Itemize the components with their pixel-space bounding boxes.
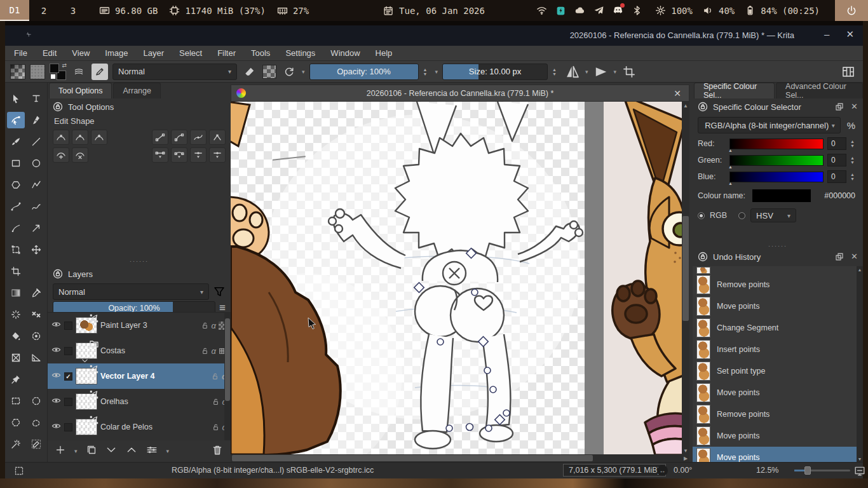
channel-slider-green[interactable]: ▲ [729,155,824,166]
tool-freehand-brush[interactable] [7,133,25,150]
tool-polygon[interactable] [7,177,25,193]
trim-button[interactable] [621,64,637,80]
tool-select-shapes[interactable] [7,90,25,107]
move-layer-up-button[interactable] [126,444,137,458]
tool-options-header[interactable]: Tool Options [48,98,231,115]
mirror-vertical-dropdown[interactable]: ▾ [614,69,617,75]
layer-checkbox[interactable] [64,322,72,330]
float-docker-icon[interactable] [834,102,844,112]
channel-spinner[interactable]: ▲▼ [850,172,858,181]
segment-line-button[interactable] [152,130,168,145]
specific-colour-selector-header[interactable]: Specific Colour Selector ✕ [693,98,863,115]
default-colors-icon[interactable] [51,74,55,79]
tool-select-freehand[interactable] [27,414,45,431]
menu-view[interactable]: View [72,48,90,58]
channel-value-red[interactable]: 0 [827,137,846,150]
menu-filter[interactable]: Filter [217,48,236,58]
menu-window[interactable]: Window [330,48,360,58]
fit-screen-icon[interactable] [854,465,865,477]
undo-item-4[interactable]: Set point type [693,360,857,382]
size-spinner[interactable]: ▲▼ [552,67,560,76]
tool-multibrush[interactable] [27,220,45,236]
tool-freehand-path[interactable] [27,198,45,215]
node-remove-button[interactable] [72,147,88,163]
close-docker-icon[interactable]: ✕ [851,102,858,112]
battery-stat[interactable]: 84% (00:25) [745,5,820,16]
menu-settings[interactable]: Settings [285,48,315,58]
mirror-horizontal-dropdown[interactable]: ▾ [585,69,588,75]
layer-row-vector-layer-4[interactable]: ✓Vector Layer 4α [48,363,231,389]
tab-colour-selector-1[interactable]: Advanced Colour Sel... [776,83,863,98]
tool-select-rectangular[interactable] [7,393,25,409]
layer-row-orelhas[interactable]: Orelhasα [48,389,231,414]
tab-tool-options-1[interactable]: Arrange [113,83,160,98]
bluetooth-icon[interactable] [632,5,642,16]
window-titlebar[interactable]: 20260106 - Referencia do Cannella.kra (7… [5,25,863,46]
filter-funnel-icon[interactable] [213,285,226,298]
menu-file[interactable]: File [14,48,27,58]
workspace-button-2[interactable]: 2 [29,0,58,21]
undo-item-0[interactable]: Remove points [693,274,857,295]
tool-select-contiguous[interactable] [27,436,45,452]
pattern-chooser[interactable] [30,64,45,79]
undo-item-6[interactable]: Remove points [693,403,857,425]
channel-value-green[interactable]: 0 [827,154,846,166]
tool-rectangle[interactable] [7,155,25,172]
hsv-dropdown[interactable]: HSV ▾ [750,208,796,222]
layer-checkbox[interactable] [64,423,72,431]
tool-ellipse[interactable] [27,155,45,172]
layer-thumbnail[interactable] [76,393,97,410]
layer-row-colar-de-pelos[interactable]: Colar de Pelosα [48,414,231,440]
layer-checkbox[interactable] [64,398,72,406]
mirror-horizontal-button[interactable] [564,64,581,80]
eraser-mode-button[interactable] [241,64,258,80]
node-smooth-button[interactable] [72,130,88,145]
channel-slider-red[interactable]: ▲ [729,139,824,149]
tool-colorize-mask[interactable] [27,306,45,323]
undo-history-header[interactable]: Undo History ✕ [693,250,863,265]
tool-text[interactable] [27,90,45,107]
channel-slider-blue[interactable]: ▲ [729,172,824,182]
layer-thumbnail[interactable] [76,419,97,435]
tab-tool-options-0[interactable]: Tool Options [49,83,112,98]
layers-header[interactable]: Layers [48,264,231,282]
channel-spinner[interactable]: ▲▼ [850,139,858,148]
tool-fill[interactable] [7,328,25,344]
alpha-lock-icon[interactable]: α [212,321,216,330]
battery-charging-icon[interactable] [555,5,566,16]
change-smooth-button[interactable] [190,147,207,163]
brush-editor-button[interactable] [92,64,108,80]
layer-visibility-toggle[interactable] [51,370,61,382]
undo-item-5[interactable]: Move points [693,382,857,403]
undo-item-3[interactable]: Insert points [693,339,857,360]
menu-layer[interactable]: Layer [143,48,164,58]
change-line-button[interactable] [152,147,168,163]
minimize-button[interactable]: – [824,29,829,40]
reload-dropdown-arrow[interactable]: ▾ [302,69,305,75]
brush-presets-button[interactable] [71,64,87,80]
layer-properties-button[interactable] [146,444,158,458]
channel-value-blue[interactable]: 0 [827,170,846,183]
segment-symmetric-button[interactable] [209,130,226,145]
reload-preset-button[interactable] [281,64,297,80]
float-docker-icon[interactable] [834,252,844,262]
rgb-radio[interactable] [698,212,705,219]
splitter-handle[interactable]: ······ [693,244,863,248]
tool-color-sampler[interactable] [27,285,45,301]
layer-row-costas[interactable]: Costasα [48,338,231,363]
cloud-icon[interactable] [574,5,585,16]
canvas-titlebar[interactable]: 20260106 - Referencia do Cannella.kra (7… [231,85,689,102]
power-button[interactable] [835,0,868,21]
undo-item-8[interactable]: Move points [693,447,857,462]
tool-calligraphy[interactable] [27,112,45,128]
brightness-stat[interactable]: 100% [655,5,693,16]
segment-smooth-button[interactable] [190,130,207,145]
workspace-chooser-button[interactable] [840,64,857,80]
undo-item-1[interactable]: Move points [693,295,857,317]
node-symmetric-button[interactable] [91,130,107,145]
change-symmetric-button[interactable] [209,147,226,163]
canvas-close-button[interactable]: ✕ [674,88,681,98]
tool-move[interactable] [27,241,45,258]
hsv-radio[interactable] [738,212,745,219]
tool-polyline[interactable] [27,177,45,193]
